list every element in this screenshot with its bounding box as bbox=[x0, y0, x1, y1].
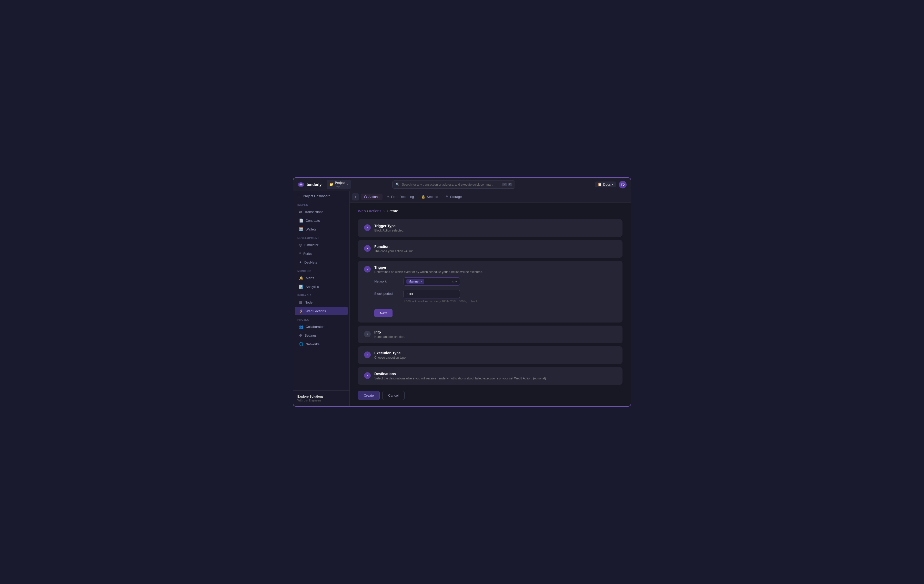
sidebar-item-simulator[interactable]: ◎ Simulator bbox=[295, 241, 348, 249]
section-label-monitor: Monitor bbox=[293, 267, 350, 274]
sidebar-item-label: Web3 Actions bbox=[305, 309, 326, 313]
section-label-inspect: Inspect bbox=[293, 200, 350, 208]
sidebar-footer: Explore Solutions With our Engineers bbox=[293, 391, 350, 406]
step-title: Destinations bbox=[374, 372, 616, 376]
clear-icon[interactable]: × bbox=[452, 280, 454, 284]
sub-nav-item-label: Storage bbox=[450, 195, 462, 199]
sidebar-item-analytics[interactable]: 📊 Analytics bbox=[295, 282, 348, 291]
breadcrumb-sep: › bbox=[383, 209, 384, 213]
docs-arrow-icon: ▾ bbox=[612, 183, 613, 186]
step-sub: Select the destinations where you will r… bbox=[374, 376, 616, 380]
folder-icon: 📁 bbox=[329, 183, 333, 186]
sub-nav-item-error-reporting[interactable]: ⚠ Error Reporting bbox=[384, 193, 417, 200]
collapse-icon: ‹ bbox=[355, 195, 356, 199]
docs-label: Docs bbox=[603, 183, 611, 186]
check-icon: ✓ bbox=[364, 245, 371, 252]
network-tag-remove[interactable]: × bbox=[421, 280, 422, 283]
sidebar-item-contracts[interactable]: 📄 Contracts bbox=[295, 216, 348, 224]
network-select[interactable]: Mainnet × × ▾ bbox=[404, 277, 460, 285]
step-sub: Choose execution type bbox=[374, 356, 616, 360]
actions-icon: ⬡ bbox=[364, 195, 367, 199]
sidebar-item-label: Forks bbox=[303, 252, 312, 256]
breadcrumb-link[interactable]: Web3 Actions bbox=[358, 209, 381, 213]
cancel-button[interactable]: Cancel bbox=[382, 391, 404, 400]
topbar: tenderly 📁 Project project ▾ 🔍 ⌘ K 📋 Doc… bbox=[293, 178, 631, 191]
network-label: Network bbox=[374, 277, 398, 283]
section-label-development: Development bbox=[293, 234, 350, 241]
step-title: Function bbox=[374, 244, 616, 249]
forks-icon: ⑂ bbox=[299, 251, 301, 256]
sub-nav: ‹ ⬡ Actions ⚠ Error Reporting 🔒 Secrets … bbox=[350, 191, 631, 203]
web3actions-icon: ⚡ bbox=[299, 309, 303, 313]
logo-text: tenderly bbox=[307, 182, 322, 186]
content-area: ‹ ⬡ Actions ⚠ Error Reporting 🔒 Secrets … bbox=[350, 191, 631, 406]
sidebar-item-wallets[interactable]: 🪟 Wallets bbox=[295, 225, 348, 233]
sidebar-collapse-button[interactable]: ‹ bbox=[352, 193, 359, 200]
search-input[interactable] bbox=[402, 183, 500, 186]
next-button[interactable]: Next bbox=[374, 309, 393, 317]
sidebar-item-label: Wallets bbox=[305, 228, 316, 231]
sidebar-item-label: Contracts bbox=[305, 219, 320, 223]
topbar-right: 📋 Docs ▾ TD bbox=[595, 181, 627, 188]
collaborators-icon: 👥 bbox=[299, 325, 303, 329]
sidebar-item-label: Node bbox=[305, 300, 312, 304]
section-label-infra: Infra 3.0 bbox=[293, 291, 350, 298]
project-name: Project bbox=[335, 181, 345, 185]
sidebar-item-web3actions[interactable]: ⚡ Web3 Actions bbox=[295, 307, 348, 315]
sidebar-item-collaborators[interactable]: 👥 Collaborators bbox=[295, 323, 348, 331]
project-breadcrumb[interactable]: 📁 Project project ▾ bbox=[327, 180, 351, 189]
sub-nav-item-label: Secrets bbox=[427, 195, 438, 199]
sidebar-item-networks[interactable]: 🌐 Networks bbox=[295, 340, 348, 348]
wizard-step-trigger-type[interactable]: ✓ Trigger Type Block Action selected. bbox=[358, 219, 622, 237]
network-form-row: Network Mainnet × × ▾ bbox=[374, 277, 616, 285]
step-sub: Block Action selected. bbox=[374, 229, 616, 232]
footer-title: Explore Solutions bbox=[297, 395, 345, 398]
sidebar-item-label: Settings bbox=[305, 333, 317, 337]
wizard-step-execution-type[interactable]: ✓ Execution Type Choose execution type bbox=[358, 346, 622, 364]
project-sub: project bbox=[335, 185, 345, 188]
block-period-form-row: Block period If 100, action will run on … bbox=[374, 290, 616, 303]
sub-nav-item-actions[interactable]: ⬡ Actions bbox=[361, 193, 383, 200]
sub-nav-item-label: Actions bbox=[368, 195, 380, 199]
sidebar-item-label: Analytics bbox=[305, 285, 319, 289]
error-reporting-icon: ⚠ bbox=[387, 195, 390, 199]
contracts-icon: 📄 bbox=[299, 218, 303, 223]
step-sub: Name and description. bbox=[374, 335, 616, 339]
sub-nav-item-storage[interactable]: 🗄 Storage bbox=[442, 193, 465, 200]
sidebar-item-alerts[interactable]: 🔔 Alerts bbox=[295, 274, 348, 282]
step-sub: Determines on which event or by which sc… bbox=[374, 270, 616, 274]
analytics-icon: 📊 bbox=[299, 285, 303, 289]
step-title: Execution Type bbox=[374, 351, 616, 355]
docs-button[interactable]: 📋 Docs ▾ bbox=[595, 181, 616, 187]
sidebar-item-transactions[interactable]: ⇄ Transactions bbox=[295, 208, 348, 216]
step-title: Trigger bbox=[374, 266, 616, 269]
breadcrumb: Web3 Actions › Create bbox=[358, 209, 622, 213]
breadcrumb-current: Create bbox=[387, 209, 398, 213]
logo-area[interactable]: tenderly bbox=[297, 181, 322, 188]
sidebar-item-project-dashboard[interactable]: ⊞ Project Dashboard bbox=[293, 191, 350, 200]
footer-sub: With our Engineers bbox=[297, 399, 345, 402]
sidebar-item-label: Transactions bbox=[304, 210, 323, 214]
create-button[interactable]: Create bbox=[358, 391, 380, 400]
sidebar-item-settings[interactable]: ⚙ Settings bbox=[295, 331, 348, 340]
wizard-step-function[interactable]: ✓ Function The code your action will run… bbox=[358, 240, 622, 257]
sidebar-item-forks[interactable]: ⑂ Forks bbox=[295, 249, 348, 257]
wizard-step-destinations[interactable]: ✓ Destinations Select the destinations w… bbox=[358, 367, 622, 385]
wizard-step-info[interactable]: 4 Info Name and description. bbox=[358, 326, 622, 343]
docs-icon: 📋 bbox=[597, 183, 602, 186]
sidebar-item-devnets[interactable]: ✦ DevNets bbox=[295, 258, 348, 266]
avatar[interactable]: TD bbox=[619, 181, 627, 188]
storage-icon: 🗄 bbox=[446, 195, 449, 199]
wallets-icon: 🪟 bbox=[299, 227, 303, 231]
block-period-input[interactable] bbox=[404, 290, 460, 299]
search-bar[interactable]: 🔍 ⌘ K bbox=[392, 180, 515, 189]
devnets-icon: ✦ bbox=[299, 260, 302, 264]
sidebar-item-node[interactable]: ▦ Node bbox=[295, 298, 348, 306]
sub-nav-item-secrets[interactable]: 🔒 Secrets bbox=[418, 193, 441, 200]
svg-point-2 bbox=[300, 184, 302, 185]
page-actions: Create Cancel bbox=[358, 391, 622, 400]
secrets-icon: 🔒 bbox=[421, 195, 425, 199]
sidebar-item-label: Project Dashboard bbox=[303, 194, 330, 198]
chevron-down-icon[interactable]: ▾ bbox=[455, 280, 457, 284]
section-label-project: Project bbox=[293, 315, 350, 322]
